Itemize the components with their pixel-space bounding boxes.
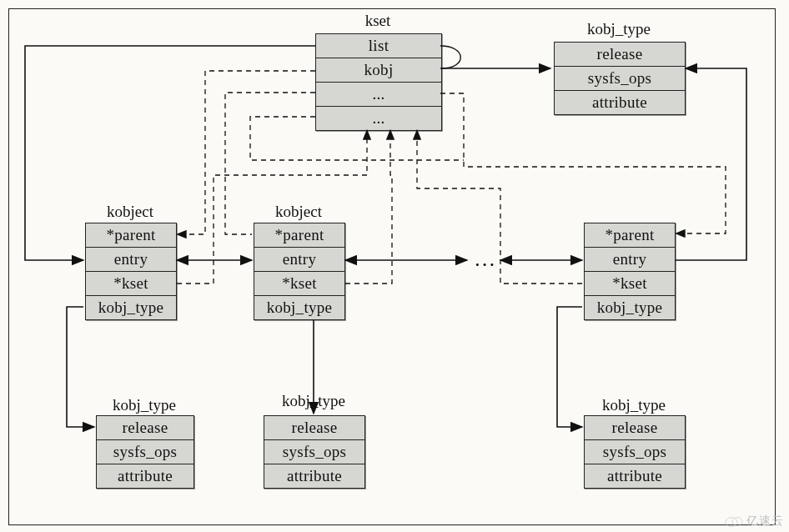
kobject3-parent: *parent: [585, 223, 675, 248]
kobject1-kobj-type: kobj_type: [86, 296, 176, 319]
kobj-type-b1-sysfs-ops: sysfs_ops: [97, 440, 193, 464]
kset-kobj: kobj: [316, 58, 441, 83]
struct-kobject-3: *parent entry *kset kobj_type: [584, 223, 676, 320]
struct-kobj-type-b3: release sysfs_ops attribute: [584, 415, 686, 489]
watermark-text: 亿速云: [746, 514, 784, 529]
kobject1-parent: *parent: [86, 223, 176, 248]
struct-kobject-2: *parent entry *kset kobj_type: [254, 223, 345, 320]
title-kobj-type-b3: kobj_type: [584, 396, 684, 414]
kobj-type-b2-release: release: [264, 416, 364, 440]
kobj-type-b1-attribute: attribute: [97, 464, 193, 488]
kobject2-parent: *parent: [254, 223, 344, 248]
kobj-type-b2-sysfs-ops: sysfs_ops: [264, 440, 364, 464]
kobject1-entry: entry: [86, 248, 176, 272]
kobj-type-b1-release: release: [97, 416, 193, 440]
kobj-type-top-attribute: attribute: [555, 91, 685, 114]
kset-dots-1: ...: [316, 83, 441, 107]
title-kobject-2: kobject: [254, 203, 344, 221]
kobject1-kset: *kset: [86, 272, 176, 296]
kobject3-kset: *kset: [585, 272, 675, 296]
struct-kobj-type-b2: release sysfs_ops attribute: [264, 415, 365, 489]
kobject2-entry: entry: [254, 248, 344, 272]
kset-list: list: [316, 34, 441, 58]
kobject2-kobj-type: kobj_type: [254, 296, 344, 319]
ellipsis-between: ...: [475, 252, 497, 270]
kobject2-kset: *kset: [254, 272, 344, 296]
title-kobject-1: kobject: [85, 203, 175, 221]
title-kobj-type-top: kobj_type: [554, 20, 684, 38]
kobj-type-b2-attribute: attribute: [264, 464, 364, 488]
watermark: 亿速云: [725, 514, 784, 529]
title-kobj-type-b2: kobj_type: [264, 392, 364, 410]
title-kset: kset: [315, 12, 440, 30]
struct-kobj-type-b1: release sysfs_ops attribute: [96, 415, 194, 489]
kobj-type-b3-attribute: attribute: [585, 464, 685, 488]
kobject3-entry: entry: [585, 248, 675, 272]
kobj-type-b3-release: release: [585, 416, 685, 440]
kobj-type-b3-sysfs-ops: sysfs_ops: [585, 440, 685, 464]
kobject3-kobj-type: kobj_type: [585, 296, 675, 319]
struct-kset: list kobj ... ...: [315, 33, 442, 131]
kobj-type-top-sysfs-ops: sysfs_ops: [555, 67, 685, 91]
struct-kobject-1: *parent entry *kset kobj_type: [85, 223, 177, 320]
struct-kobj-type-top: release sysfs_ops attribute: [554, 42, 686, 115]
title-kobj-type-b1: kobj_type: [96, 396, 193, 414]
kobj-type-top-release: release: [555, 43, 685, 67]
kset-dots-2: ...: [316, 107, 441, 130]
